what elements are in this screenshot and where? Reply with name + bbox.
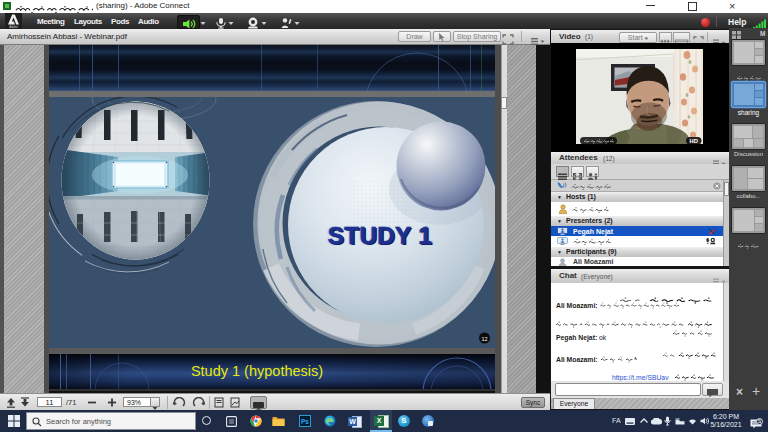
svg-text:12: 12	[481, 336, 487, 342]
svg-text:HD: HD	[690, 138, 698, 144]
svg-text:STUDY 1: STUDY 1	[328, 222, 432, 249]
